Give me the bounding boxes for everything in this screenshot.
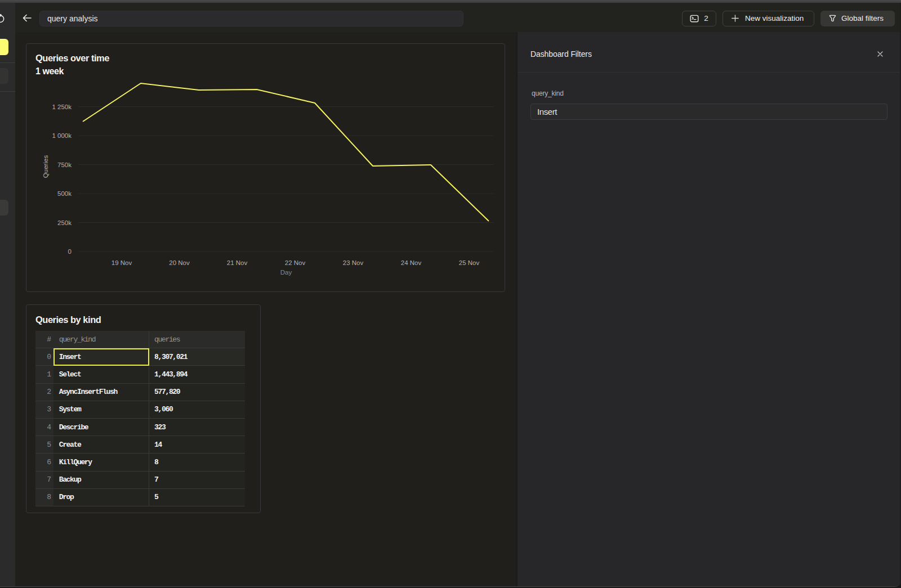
svg-text:750k: 750k	[57, 161, 72, 168]
svg-text:1 000k: 1 000k	[52, 132, 72, 139]
svg-text:22 Nov: 22 Nov	[285, 259, 306, 266]
svg-text:24 Nov: 24 Nov	[401, 259, 422, 266]
svg-text:500k: 500k	[57, 190, 72, 197]
svg-text:25 Nov: 25 Nov	[459, 259, 480, 266]
svg-text:23 Nov: 23 Nov	[343, 259, 364, 266]
svg-text:1 250k: 1 250k	[52, 104, 72, 110]
svg-text:Day: Day	[280, 269, 292, 276]
svg-text:19 Nov: 19 Nov	[111, 259, 132, 266]
svg-text:21 Nov: 21 Nov	[227, 259, 248, 266]
svg-text:Queries: Queries	[42, 155, 49, 178]
svg-text:20 Nov: 20 Nov	[169, 259, 190, 266]
svg-text:0: 0	[68, 248, 72, 255]
svg-text:250k: 250k	[57, 219, 72, 226]
